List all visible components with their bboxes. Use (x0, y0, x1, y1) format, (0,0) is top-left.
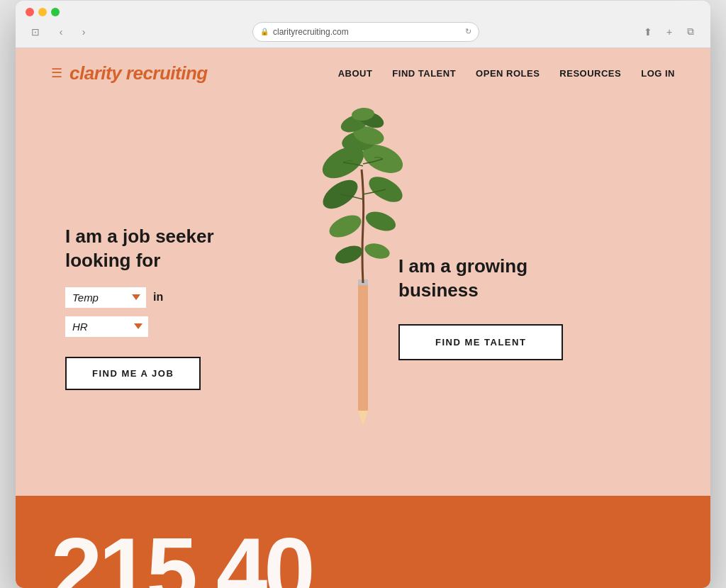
url-text: clarityrecruiting.com (273, 27, 349, 37)
browser-window: ⊡ ‹ › 🔒 clarityrecruiting.com ↻ ⬆ (16, 1, 710, 588)
business-tagline: I am a growing business (398, 255, 527, 303)
forward-button[interactable]: › (74, 22, 94, 42)
nav-resources[interactable]: RESOURCES (559, 68, 621, 79)
nav-find-talent[interactable]: FIND TALENT (392, 68, 456, 79)
find-me-job-button[interactable]: FIND ME A JOB (65, 357, 201, 390)
reload-icon[interactable]: ↻ (465, 27, 471, 36)
job-seeker-tagline: I am a job seeker looking for (65, 225, 328, 273)
tagline-line1: I am a job seeker (65, 226, 214, 247)
hero-left: I am a job seeker looking for Temp Perma… (16, 120, 363, 496)
window-manage-button[interactable]: ⊡ (26, 22, 45, 42)
maximize-button[interactable] (51, 8, 60, 16)
browser-toolbar: ⊡ ‹ › 🔒 clarityrecruiting.com ↻ ⬆ (26, 22, 700, 48)
industry-select-wrapper: HR Finance Marketing Technology (65, 316, 148, 337)
browser-actions: ⬆ + ⧉ (638, 22, 700, 42)
minimize-button[interactable] (38, 8, 47, 16)
industry-select[interactable]: HR Finance Marketing Technology (65, 316, 148, 337)
nav-open-roles[interactable]: OPEN ROLES (476, 68, 540, 79)
industry-row: HR Finance Marketing Technology (65, 316, 328, 337)
hamburger-menu-icon[interactable]: ☰ (51, 65, 62, 81)
business-line2: business (398, 279, 479, 301)
website-content: ☰ clarity recruiting ABOUT FIND TALENT O… (16, 48, 710, 588)
new-tab-button[interactable]: + (659, 22, 679, 42)
back-button[interactable]: ‹ (51, 22, 71, 42)
nav-buttons: ‹ › (51, 22, 94, 42)
browser-chrome: ⊡ ‹ › 🔒 clarityrecruiting.com ↻ ⬆ (16, 1, 710, 48)
nav-links: ABOUT FIND TALENT OPEN ROLES RESOURCES L… (338, 68, 675, 79)
back-icon: ‹ (60, 26, 63, 38)
find-me-talent-button[interactable]: FIND ME TALENT (398, 324, 563, 360)
tagline-line2: looking for (65, 250, 160, 271)
add-tab-icon: + (666, 26, 672, 38)
business-line1: I am a growing (398, 255, 527, 277)
job-type-select-wrapper: Temp Permanent Contract (65, 287, 146, 308)
stats-numbers: 215,40 (51, 524, 312, 588)
job-type-row: Temp Permanent Contract in (65, 287, 328, 308)
in-label: in (153, 291, 163, 304)
nav-log-in[interactable]: LOG IN (641, 68, 675, 79)
address-bar[interactable]: 🔒 clarityrecruiting.com ↻ (252, 22, 479, 42)
traffic-lights (26, 8, 700, 16)
close-button[interactable] (26, 8, 34, 16)
window-icon: ⊡ (31, 26, 40, 38)
nav-about[interactable]: ABOUT (338, 68, 373, 79)
logo-text: clarity recruiting (69, 62, 208, 84)
forward-icon: › (82, 26, 86, 38)
address-bar-container: 🔒 clarityrecruiting.com ↻ (99, 22, 632, 42)
hero-section: I am a job seeker looking for Temp Perma… (16, 99, 710, 496)
job-type-select[interactable]: Temp Permanent Contract (65, 287, 146, 308)
orange-stats-section: 215,40 (16, 496, 710, 588)
share-icon: ⬆ (644, 26, 652, 38)
lock-icon: 🔒 (260, 28, 269, 35)
tab-overview-button[interactable]: ⧉ (681, 22, 700, 42)
tab-icon: ⧉ (687, 26, 694, 38)
hero-right: I am a growing business FIND ME TALENT (363, 120, 710, 496)
nav-logo: ☰ clarity recruiting (51, 62, 208, 84)
share-button[interactable]: ⬆ (638, 22, 658, 42)
